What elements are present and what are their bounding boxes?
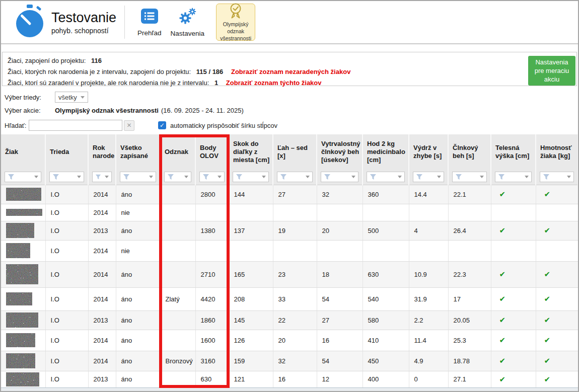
green-check-icon: ✔ <box>496 336 506 344</box>
cell-trieda: I.O <box>45 330 88 351</box>
column-header-1[interactable]: Žiak <box>1 134 45 170</box>
chevron-down-icon <box>77 176 81 178</box>
cell-vsetko-zapisane: áno <box>116 261 160 287</box>
column-filter-dropdown[interactable] <box>164 172 191 182</box>
column-header-14[interactable]: Hmotnosť žiaka [kg] <box>536 134 578 170</box>
column-filter-cell-14 <box>536 170 578 185</box>
nav-nastavenia[interactable]: Nastavenia <box>171 8 205 37</box>
cell-hmotnost-ziaka <box>536 240 578 261</box>
cell-body-olov: 1380 <box>195 221 229 240</box>
cell-skok-do-dialky: 137 <box>229 221 273 240</box>
column-header-9[interactable]: Vytrvalostný člnkový beh [úsekov] <box>317 134 363 170</box>
column-header-7[interactable]: Skok do diaľky z miesta [cm] <box>229 134 273 170</box>
student-name-redacted <box>6 372 43 386</box>
table-row[interactable]: I.O2013áno6301211612400027.1✔✔ <box>1 371 578 388</box>
table-row[interactable]: I.O2014áno2800144273236014.422.1✔✔ <box>1 185 578 204</box>
bottom-strip <box>1 388 578 391</box>
cell-vytrvalostny-beh: 54 <box>317 351 363 371</box>
cell-vytrvalostny-beh: 32 <box>317 185 363 204</box>
cell-clnkovy-beh <box>448 240 491 261</box>
action-dates: (16. 09. 2025 - 24. 11. 2025) <box>161 107 244 114</box>
column-filter-dropdown[interactable] <box>49 172 84 182</box>
column-header-11[interactable]: Výdrž v zhybe [s] <box>409 134 448 170</box>
chevron-down-icon <box>184 176 188 178</box>
cell-hmotnost-ziaka: ✔ <box>536 371 578 388</box>
table-row[interactable]: I.O2013áno186014522275802.220.05✔✔ <box>1 310 578 330</box>
nav-olympijsky-odznak-button[interactable]: Olympijský odznak všestrannosti <box>216 4 255 41</box>
column-header-13[interactable]: Telesná výška [cm] <box>491 134 536 170</box>
table-row[interactable]: I.O2013áno13801371920500426.4✔✔ <box>1 221 578 240</box>
autofit-checkbox-wrap[interactable]: ✓ automaticky prispôsobiť šírku stĺpcov <box>158 121 277 129</box>
column-filter-dropdown[interactable] <box>452 172 487 182</box>
show-these-students-link[interactable]: Zobraziť zoznam týchto žiakov <box>226 79 322 87</box>
class-select-dropdown[interactable]: všetky <box>55 92 88 103</box>
funnel-filter-icon <box>123 174 130 180</box>
column-header-10[interactable]: Hod 2 kg medicinbalo [cm] <box>363 134 409 170</box>
cell-hod-medicinbal: 500 <box>363 221 409 240</box>
cell-vydrz-v-zhybe: 4.9 <box>409 351 448 371</box>
funnel-filter-icon <box>236 174 243 180</box>
column-filter-dropdown[interactable] <box>277 172 313 182</box>
table-row[interactable]: I.O2014ánoBronzový316015932544504.918.78… <box>1 351 578 371</box>
column-filter-dropdown[interactable] <box>5 172 41 182</box>
column-header-8[interactable]: Ľah – sed [x] <box>273 134 317 170</box>
column-header-5[interactable]: Odznak <box>160 134 195 170</box>
funnel-filter-icon <box>498 174 505 180</box>
column-header-4[interactable]: Všetko zapísané <box>116 134 160 170</box>
column-filter-dropdown[interactable] <box>413 172 444 182</box>
autofit-checkbox[interactable]: ✓ <box>158 121 166 129</box>
cell-lah-sed: 16 <box>273 371 317 388</box>
cell-body-olov <box>195 240 229 261</box>
column-filter-cell-8 <box>273 170 317 185</box>
column-header-12[interactable]: Člnkový beh [s] <box>448 134 491 170</box>
nav-prehlad[interactable]: Prehľad <box>137 8 161 37</box>
nav-nastavenia-label: Nastavenia <box>171 30 205 37</box>
funnel-filter-icon <box>95 174 101 180</box>
clear-search-button[interactable]: ✕ <box>124 120 134 131</box>
cell-odznak: Zlatý <box>160 287 195 310</box>
measurement-action-settings-button[interactable]: Nastavenia pre meraciu akciu <box>528 56 575 86</box>
column-filter-dropdown[interactable] <box>233 172 269 182</box>
cell-rok-narodenia: 2013 <box>88 221 116 240</box>
column-filter-dropdown[interactable] <box>321 172 358 182</box>
chevron-down-icon <box>437 176 441 178</box>
column-filter-dropdown[interactable] <box>199 172 225 182</box>
cell-skok-do-dialky: 165 <box>229 261 273 287</box>
table-row[interactable]: I.O2014nie <box>1 240 578 261</box>
app-title-block: Testovanie pohyb. schopností <box>51 10 116 35</box>
column-filter-dropdown[interactable] <box>92 172 112 182</box>
table-row[interactable]: I.O2014ánoZlatý4420208335454031.917✔✔ <box>1 287 578 310</box>
cell-body-olov: 2710 <box>195 261 229 287</box>
cell-hmotnost-ziaka: ✔ <box>536 330 578 351</box>
column-filter-dropdown[interactable] <box>495 172 532 182</box>
column-header-3[interactable]: Rok narode <box>88 134 116 170</box>
green-check-icon: ✔ <box>541 226 551 234</box>
cell-rok-narodenia: 2014 <box>88 330 116 351</box>
cell-ziak-name <box>1 330 45 351</box>
green-check-icon: ✔ <box>496 226 506 234</box>
table-row[interactable]: I.O2014áno1600126201641011.425.3✔✔ <box>1 330 578 351</box>
cell-telesna-vyska: ✔ <box>491 310 536 330</box>
student-name-redacted <box>6 243 43 258</box>
search-input[interactable] <box>29 120 122 131</box>
action-select-label: Výber akcie: <box>5 107 55 114</box>
column-header-2[interactable]: Trieda <box>45 134 88 170</box>
chevron-down-icon <box>398 176 402 178</box>
cell-vsetko-zapisane: nie <box>116 240 160 261</box>
column-filter-dropdown[interactable] <box>367 172 405 182</box>
chevron-down-icon <box>262 176 266 178</box>
cell-vydrz-v-zhybe: 11.4 <box>409 330 448 351</box>
green-check-icon: ✔ <box>541 375 551 383</box>
column-header-6[interactable]: Body OLOV <box>195 134 229 170</box>
column-filter-dropdown[interactable] <box>120 172 156 182</box>
column-filter-dropdown[interactable] <box>540 172 574 182</box>
cell-hmotnost-ziaka <box>536 204 578 221</box>
cell-lah-sed: 19 <box>273 221 317 240</box>
cell-telesna-vyska <box>491 240 536 261</box>
cell-hmotnost-ziaka: ✔ <box>536 351 578 371</box>
cell-hod-medicinbal: 630 <box>363 261 409 287</box>
table-row[interactable]: I.O2014nie <box>1 204 578 221</box>
green-check-icon: ✔ <box>541 356 551 365</box>
show-unassigned-students-link[interactable]: Zobraziť zoznam nezaradených žiakov <box>231 68 350 75</box>
table-row[interactable]: I.O2014áno2710165231863010.922.3✔✔ <box>1 261 578 287</box>
